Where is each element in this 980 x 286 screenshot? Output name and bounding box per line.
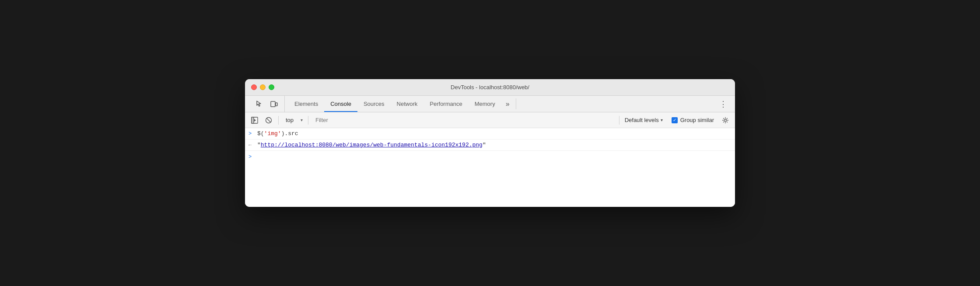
- tab-performance[interactable]: Performance: [424, 96, 468, 112]
- tab-console[interactable]: Console: [324, 96, 357, 112]
- console-prompt-row: >: [245, 151, 735, 163]
- console-content: > $(​'img').src ← "http://localhost:8080…: [245, 128, 735, 207]
- context-selector[interactable]: top ▾: [282, 115, 304, 125]
- svg-marker-4: [254, 119, 256, 122]
- close-button[interactable]: [251, 84, 257, 90]
- tab-menu-button[interactable]: ⋮: [715, 96, 732, 112]
- output-arrow-icon: ←: [248, 142, 257, 148]
- tab-elements[interactable]: Elements: [288, 96, 324, 112]
- traffic-lights: [251, 84, 274, 90]
- group-similar-checkbox[interactable]: ✓: [672, 117, 678, 123]
- levels-dropdown[interactable]: Default levels ▾: [621, 115, 666, 125]
- title-bar: DevTools - localhost:8080/web/: [245, 79, 735, 96]
- checkmark-icon: ✓: [673, 118, 676, 122]
- svg-point-7: [724, 119, 727, 121]
- tab-icons-group: [248, 96, 285, 112]
- console-output-value: "http://localhost:8080/web/images/web-fu…: [257, 142, 732, 148]
- console-toolbar: top ▾ Default levels ▾ ✓ Group similar: [245, 112, 735, 128]
- console-prompt-input[interactable]: [257, 154, 732, 160]
- svg-rect-0: [271, 101, 275, 107]
- context-select-input[interactable]: top: [282, 115, 304, 125]
- svg-rect-1: [276, 103, 277, 106]
- clear-console-button[interactable]: [262, 114, 275, 126]
- tab-separator: [516, 98, 516, 109]
- filter-divider: [619, 116, 620, 125]
- console-settings-button[interactable]: [719, 114, 732, 126]
- inspect-icon[interactable]: [253, 98, 265, 110]
- show-sidebar-button[interactable]: [248, 114, 261, 126]
- window-title: DevTools - localhost:8080/web/: [451, 84, 529, 91]
- svg-line-6: [266, 118, 271, 122]
- tab-sources[interactable]: Sources: [357, 96, 391, 112]
- devtools-window: DevTools - localhost:8080/web/ Elements …: [245, 79, 735, 207]
- group-similar-wrapper: ✓ Group similar: [668, 115, 718, 125]
- input-arrow-icon: >: [248, 130, 257, 137]
- device-emulation-icon[interactable]: [268, 98, 280, 110]
- tab-more-button[interactable]: »: [501, 96, 514, 112]
- tab-network[interactable]: Network: [391, 96, 424, 112]
- filter-input[interactable]: [312, 115, 617, 125]
- group-similar-label[interactable]: Group similar: [680, 117, 714, 123]
- output-link[interactable]: http://localhost:8080/web/images/web-fun…: [261, 142, 483, 148]
- toolbar-divider-2: [308, 116, 308, 125]
- console-row-output: ← "http://localhost:8080/web/images/web-…: [245, 140, 735, 151]
- console-row-input: > $(​'img').src: [245, 128, 735, 140]
- svg-rect-3: [252, 117, 254, 123]
- console-input-code: $(​'img').src: [257, 130, 732, 137]
- levels-arrow-icon: ▾: [661, 118, 663, 122]
- tab-bar: Elements Console Sources Network Perform…: [245, 96, 735, 112]
- prompt-arrow-icon: >: [248, 154, 257, 160]
- toolbar-divider-1: [278, 116, 279, 125]
- minimize-button[interactable]: [260, 84, 266, 90]
- tab-memory[interactable]: Memory: [469, 96, 501, 112]
- maximize-button[interactable]: [269, 84, 274, 90]
